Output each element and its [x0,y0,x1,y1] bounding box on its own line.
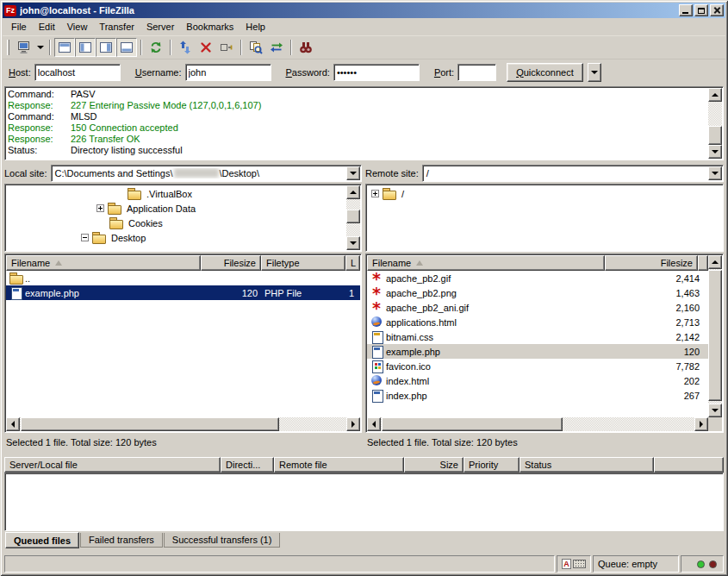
scroll-thumb[interactable] [708,126,722,145]
filesize-cell: 2,142 [608,329,703,344]
column-header-server-local-file[interactable]: Server/Local file [4,457,221,473]
statusbar-indicator-panel [557,555,591,573]
refresh-button[interactable] [146,38,166,57]
password-input[interactable] [333,64,420,81]
scroll-up-button[interactable] [346,185,360,199]
local-tree-scrollbar[interactable] [346,185,360,250]
site-manager-dropdown-button[interactable] [34,38,46,57]
collapse-icon[interactable] [81,234,89,241]
remote-site-combo[interactable]: / [422,165,724,182]
column-header-filename[interactable]: Filename [367,255,605,271]
chevron-down-icon [37,46,44,49]
remote-site-dropdown-button[interactable] [708,166,722,180]
column-header-status[interactable]: Status [520,457,654,473]
column-header-priority[interactable]: Priority [464,457,520,473]
scroll-right-button[interactable] [694,417,708,431]
column-header-filesize[interactable]: Filesize [605,255,698,271]
file-row-selected[interactable]: example.php 120 PHP File 1 [6,285,360,300]
tab-failed-transfers[interactable]: Failed transfers [80,533,163,548]
log-scrollbar[interactable] [708,88,722,159]
scroll-left-button[interactable] [367,417,381,431]
maximize-button[interactable] [694,4,708,16]
port-input[interactable] [457,64,496,81]
synchronized-browsing-button[interactable] [266,38,287,57]
disconnect-button[interactable] [216,38,237,57]
column-header-filetype[interactable]: Filetype [261,255,345,271]
php-file-icon [370,346,383,357]
scroll-left-button[interactable] [6,417,20,431]
toolbar-separator [240,40,242,55]
menu-view[interactable]: View [61,20,94,34]
tab-successful-transfers[interactable]: Successful transfers (1) [164,533,281,548]
scroll-down-button[interactable] [708,145,722,159]
local-site-dropdown-button[interactable] [346,166,360,180]
file-row[interactable]: index.html 202 [367,373,708,388]
file-row[interactable]: bitnami.css 2,142 [367,329,708,344]
scroll-down-button[interactable] [346,236,360,250]
quickconnect-button[interactable]: Quickconnect [507,63,583,82]
local-site-combo[interactable]: C:\Documents and Settings\\Desktop\ [51,165,362,182]
toolbar [3,35,725,59]
scroll-thumb[interactable] [346,210,360,223]
toggle-transfer-queue-button[interactable] [116,38,137,57]
toggle-remote-tree-button[interactable] [96,38,116,57]
scroll-thumb[interactable] [708,270,722,401]
toggle-local-tree-button[interactable] [75,38,96,57]
menu-server[interactable]: Server [140,20,180,34]
tree-item[interactable]: Application Data [7,201,359,216]
remote-horizontal-scrollbar[interactable] [367,417,708,431]
file-row[interactable]: applications.html 2,713 [367,315,708,329]
file-row[interactable]: index.php 267 [367,388,708,403]
column-header-filesize[interactable]: Filesize [201,255,261,271]
tree-item[interactable]: / [368,186,721,201]
titlebar[interactable]: john@localhost - FileZilla [3,3,725,18]
arrow-right-icon [700,421,703,428]
queue-size-panel: Queue: empty [593,555,679,573]
close-button[interactable] [710,4,724,16]
toggle-message-log-button[interactable] [54,38,75,57]
file-row[interactable]: favicon.ico 7,782 [367,359,708,373]
chevron-down-icon [712,172,719,175]
scroll-up-button[interactable] [708,255,722,269]
transfer-queue-icon [120,41,134,54]
column-header-size[interactable]: Size [404,457,464,473]
tree-item[interactable]: Desktop [7,230,359,245]
file-row[interactable]: apache_pb2.gif 2,414 [367,271,708,285]
file-row[interactable]: apache_pb2.png 1,463 [367,285,708,300]
directory-comparison-button[interactable] [246,38,266,57]
minimize-button[interactable] [679,4,693,16]
expand-icon[interactable] [371,190,379,197]
scroll-thumb[interactable] [382,417,563,431]
column-header-remote-file[interactable]: Remote file [274,457,404,473]
expand-icon[interactable] [96,204,104,212]
cancel-button[interactable] [196,38,216,57]
menu-help[interactable]: Help [240,20,271,34]
menu-bookmarks[interactable]: Bookmarks [180,20,240,34]
file-row-parent-dir[interactable]: .. [6,271,360,285]
remote-site-row: Remote site: / [365,164,724,182]
site-manager-button[interactable] [14,38,34,57]
scroll-down-button[interactable] [708,404,722,417]
tree-item[interactable]: .VirtualBox [7,186,359,201]
local-horizontal-scrollbar[interactable] [6,417,360,431]
tab-queued-files[interactable]: Queued files [5,532,79,548]
scroll-right-button[interactable] [346,417,360,431]
quickconnect-dropdown-button[interactable] [588,63,601,82]
username-input[interactable] [185,64,271,81]
file-row[interactable]: apache_pb2_ani.gif 2,160 [367,300,708,315]
column-header-direction[interactable]: Directi... [221,457,274,473]
menu-edit[interactable]: Edit [33,20,61,34]
file-row-selected[interactable]: example.php 120 [367,344,708,359]
host-input[interactable] [34,64,121,81]
column-header-filename[interactable]: Filename [6,255,201,271]
process-queue-button[interactable] [175,38,196,57]
menu-file[interactable]: File [5,20,33,34]
menu-transfer[interactable]: Transfer [93,20,140,34]
scroll-up-button[interactable] [708,88,722,102]
tree-item[interactable]: Cookies [7,216,359,230]
scroll-thumb[interactable] [21,417,279,431]
remote-vertical-scrollbar[interactable] [708,255,722,417]
column-header-lastmodified[interactable]: L [345,255,360,271]
toolbar-separator [140,40,142,55]
find-files-button[interactable] [296,38,316,57]
